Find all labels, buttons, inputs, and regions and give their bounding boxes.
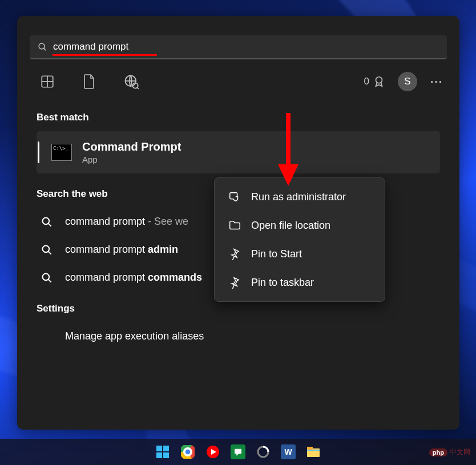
svg-marker-31	[236, 454, 239, 455]
menu-pin-to-taskbar[interactable]: Pin to taskbar	[215, 268, 385, 297]
annotation-underline	[53, 54, 157, 56]
medal-icon	[373, 75, 385, 88]
svg-rect-19	[163, 446, 169, 451]
web-filter-icon[interactable]	[123, 74, 139, 90]
search-bar[interactable]	[30, 35, 447, 59]
best-match-heading: Best match	[37, 112, 440, 123]
search-icon	[41, 244, 53, 256]
svg-point-11	[43, 245, 50, 252]
svg-marker-17	[278, 164, 298, 186]
filter-row: 0 S ⋯	[17, 59, 459, 102]
menu-run-as-admin[interactable]: Run as administrator	[215, 183, 385, 211]
settings-item[interactable]: Manage app execution aliases	[60, 322, 440, 350]
menu-pin-to-start[interactable]: Pin to Start	[215, 240, 385, 268]
avatar[interactable]: S	[398, 72, 417, 91]
svg-line-1	[44, 48, 46, 50]
svg-line-14	[49, 279, 51, 282]
best-match-item[interactable]: Command Prompt App	[37, 131, 440, 173]
best-match-title: Command Prompt	[82, 140, 181, 153]
svg-point-9	[43, 217, 50, 224]
svg-rect-20	[156, 452, 162, 458]
best-match-subtitle: App	[82, 155, 181, 164]
admin-shield-icon	[228, 191, 241, 203]
start-button[interactable]	[155, 444, 170, 459]
more-button[interactable]: ⋯	[430, 74, 443, 89]
rewards-points[interactable]: 0	[364, 75, 385, 88]
annotation-arrow	[277, 113, 300, 187]
documents-filter-icon[interactable]	[82, 74, 96, 90]
settings-heading: Settings	[37, 303, 440, 314]
taskbar-word-icon[interactable]: W	[281, 444, 296, 459]
svg-rect-21	[163, 452, 169, 458]
taskbar-explorer-icon[interactable]	[306, 444, 321, 459]
search-input[interactable]	[53, 41, 439, 52]
svg-point-13	[43, 273, 50, 280]
command-prompt-icon	[51, 144, 72, 161]
points-value: 0	[364, 76, 369, 87]
svg-rect-35	[307, 450, 320, 451]
taskbar-loading-icon[interactable]	[256, 444, 271, 459]
pin-icon	[228, 248, 241, 260]
taskbar-chrome-icon[interactable]	[180, 444, 195, 459]
svg-rect-34	[307, 447, 313, 450]
search-icon	[38, 42, 47, 52]
svg-point-8	[376, 77, 382, 83]
watermark: php 中文网	[429, 447, 470, 457]
menu-open-file-location[interactable]: Open file location	[215, 211, 385, 240]
svg-rect-18	[156, 446, 162, 451]
svg-point-0	[39, 43, 45, 49]
search-icon	[41, 216, 53, 228]
folder-icon	[228, 219, 241, 232]
taskbar-youtube-music-icon[interactable]	[205, 444, 220, 459]
svg-line-10	[49, 223, 51, 226]
context-menu: Run as administrator Open file location …	[214, 177, 385, 302]
svg-rect-30	[235, 449, 241, 454]
apps-filter-icon[interactable]	[40, 74, 55, 89]
taskbar-chat-icon[interactable]	[231, 444, 245, 459]
svg-line-12	[49, 251, 51, 254]
pin-icon	[228, 276, 241, 289]
search-icon	[41, 272, 53, 284]
svg-line-7	[138, 88, 139, 89]
taskbar: W	[0, 439, 476, 465]
